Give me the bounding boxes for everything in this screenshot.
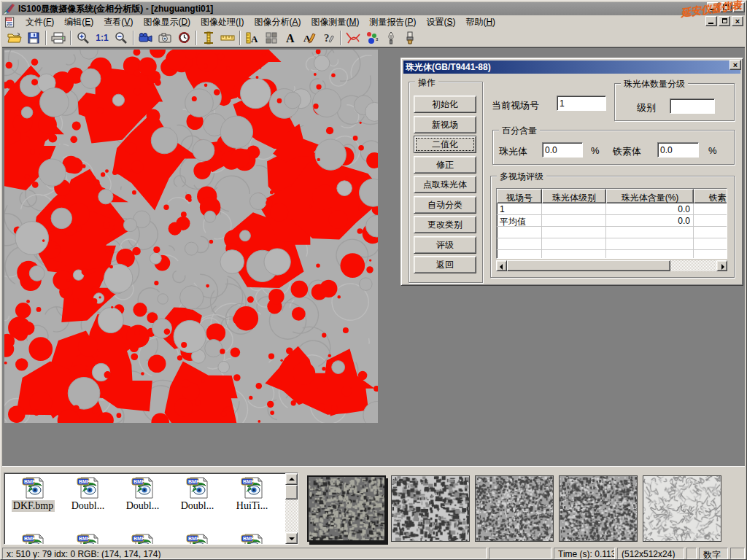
specimen-thumb-4[interactable] — [559, 475, 638, 542]
text-tool-button[interactable]: A — [281, 29, 300, 47]
menu-item-1[interactable]: 编辑(E) — [59, 15, 98, 29]
operation-button-5[interactable]: 自动分类 — [414, 196, 476, 214]
specimen-thumb-1[interactable] — [307, 475, 386, 542]
help-edit-button[interactable]: ? — [319, 29, 338, 47]
rating-table[interactable]: 视场号珠光体级别珠光体含量(%)铁素体含量(%)10.0平均值0.0 — [496, 188, 727, 259]
menu-item-6[interactable]: 图像测量(M) — [306, 15, 364, 29]
table-hscrollbar[interactable] — [496, 260, 727, 271]
zoom-in-button[interactable] — [74, 29, 93, 47]
photo-camera-button[interactable] — [155, 29, 174, 47]
menu-item-2[interactable]: 查看(V) — [98, 15, 138, 29]
scroll-left-button[interactable] — [496, 260, 507, 271]
scroll-down-button[interactable] — [285, 532, 298, 544]
file-item-8[interactable]: BMP — [170, 533, 225, 545]
time-status: Time (s): 0.113 — [554, 548, 615, 559]
vscroll-thumb[interactable] — [285, 485, 298, 499]
operation-button-6[interactable]: 更改类别 — [414, 216, 476, 233]
open-folder-button[interactable] — [5, 29, 24, 47]
child-minimize-button[interactable] — [705, 16, 717, 26]
minimize-button[interactable] — [707, 2, 719, 12]
svg-text:BMP: BMP — [24, 536, 36, 541]
video-camera-button[interactable] — [136, 29, 155, 47]
table-row[interactable] — [497, 250, 727, 259]
pen-tool-button[interactable] — [382, 29, 400, 47]
title-bar: IS100显微摄像系统(金相分析版) - [zhuguangti01] — [2, 2, 745, 15]
dialog-close-button[interactable]: × — [729, 60, 741, 70]
grading-group-label: 珠光体数量分级 — [621, 78, 688, 90]
menu-item-0[interactable]: 文件(F) — [20, 15, 59, 29]
pearlite-unit: % — [591, 145, 600, 156]
caliper-button[interactable] — [199, 29, 218, 47]
document-icon[interactable] — [4, 17, 16, 28]
menu-item-4[interactable]: 图像处理(I) — [196, 15, 249, 29]
image-size-status: (512x512x24) — [617, 548, 684, 559]
table-row[interactable]: 平均值0.0 — [497, 215, 727, 227]
scroll-up-button[interactable] — [285, 473, 298, 485]
file-item-1[interactable]: BMP Doubl... — [61, 476, 115, 512]
menu-item-7[interactable]: 测量报告(P) — [364, 15, 421, 29]
pearlite-label: 珠光体 — [499, 145, 527, 158]
actual-size-button[interactable]: 1:1 — [93, 29, 112, 47]
menu-item-8[interactable]: 设置(S) — [421, 15, 460, 29]
clock-button[interactable] — [174, 29, 193, 47]
bottom-panel: BMP DKF.bmp BMP Doubl... BMP Doubl... BM… — [2, 466, 745, 546]
particle-count-button[interactable]: 3 — [363, 29, 382, 47]
annotate-button[interactable]: A — [300, 29, 319, 47]
bmp-file-icon: BMP — [185, 533, 210, 545]
child-close-button[interactable]: × — [732, 16, 743, 26]
operation-button-2[interactable]: 二值化 — [414, 136, 476, 153]
brush-tool-button[interactable] — [400, 29, 419, 47]
file-item-9[interactable]: BMP — [225, 533, 279, 545]
measure-text-button[interactable]: A — [243, 29, 262, 47]
save-button[interactable] — [24, 29, 43, 47]
zoom-out-button[interactable] — [112, 29, 131, 47]
file-item-6[interactable]: BMP — [61, 533, 115, 545]
curve-tool-button[interactable] — [344, 29, 363, 47]
ruler-button[interactable] — [218, 29, 237, 47]
dialog-title-bar[interactable]: 珠光体(GB/T9441-88) — [403, 61, 740, 74]
specimen-thumb-3[interactable] — [475, 475, 554, 542]
ferrite-percent-input[interactable] — [657, 142, 699, 158]
menu-item-5[interactable]: 图像分析(A) — [249, 15, 306, 29]
ferrite-label: 铁素体 — [613, 145, 641, 158]
table-row[interactable] — [497, 227, 727, 238]
hscroll-thumb[interactable] — [507, 260, 670, 271]
operation-button-7[interactable]: 评级 — [414, 236, 476, 254]
mode-status: 数字 — [699, 548, 728, 559]
operation-button-0[interactable]: 初始化 — [414, 96, 476, 113]
print-button[interactable] — [49, 29, 68, 47]
file-item-4[interactable]: BMP HuiTi... — [225, 476, 279, 512]
level-input[interactable] — [670, 98, 715, 114]
operation-button-3[interactable]: 修正 — [414, 156, 476, 174]
close-button[interactable]: × — [733, 2, 745, 12]
menu-item-3[interactable]: 图像显示(D) — [138, 15, 196, 29]
maximize-button[interactable] — [720, 2, 732, 12]
file-item-0[interactable]: BMP DKF.bmp — [6, 476, 61, 512]
svg-text:BMP: BMP — [133, 536, 145, 541]
grid-button[interactable] — [262, 29, 281, 47]
level-label: 级别 — [637, 101, 656, 114]
specimen-image[interactable] — [4, 50, 378, 423]
current-field-input[interactable] — [557, 96, 606, 111]
file-item-3[interactable]: BMP Doubl... — [170, 476, 225, 512]
scroll-right-button[interactable] — [716, 260, 727, 271]
file-item-7[interactable]: BMP — [115, 533, 170, 545]
svg-text:BMP: BMP — [188, 536, 200, 541]
specimen-thumb-2[interactable] — [391, 475, 470, 542]
file-item-2[interactable]: BMP Doubl... — [115, 476, 170, 512]
table-row[interactable] — [497, 238, 727, 250]
table-row[interactable]: 10.0 — [497, 203, 727, 215]
operation-button-8[interactable]: 返回 — [414, 256, 476, 273]
bmp-file-icon: BMP — [185, 476, 210, 499]
child-restore-button[interactable] — [719, 16, 730, 26]
operation-button-1[interactable]: 新视场 — [414, 116, 476, 133]
svg-text:BMP: BMP — [243, 536, 255, 541]
app-icon — [4, 3, 15, 15]
file-vscrollbar[interactable] — [285, 473, 298, 544]
pearlite-percent-input[interactable] — [542, 142, 583, 158]
menu-item-9[interactable]: 帮助(H) — [460, 15, 500, 29]
file-item-5[interactable]: BMP — [6, 533, 61, 545]
pearlite-dialog: 珠光体(GB/T9441-88) × 操作 初始化新视场二值化修正点取珠光体自动… — [400, 58, 743, 286]
specimen-thumb-5[interactable] — [643, 475, 721, 542]
operation-button-4[interactable]: 点取珠光体 — [414, 176, 476, 193]
